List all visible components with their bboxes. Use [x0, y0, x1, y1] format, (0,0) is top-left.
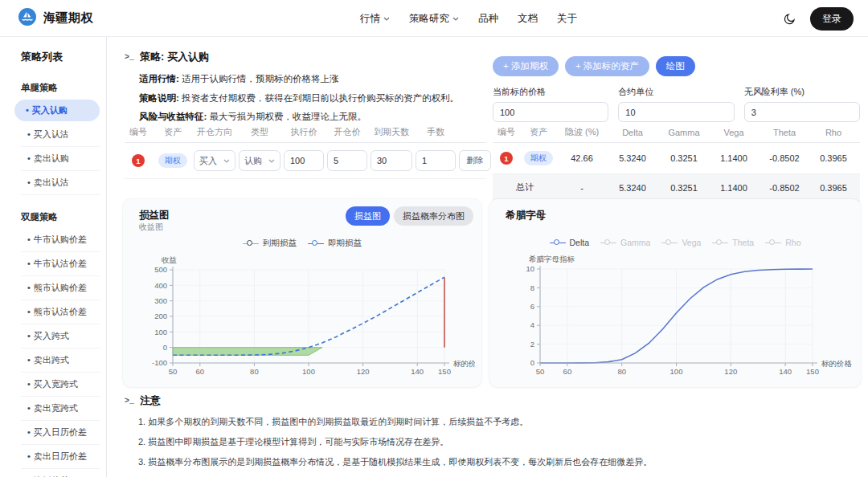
sidebar: 策略列表 单腿策略•买入认购•买入认沽•卖出认购•卖出认沽双腿策略•牛市认购价差… [0, 37, 107, 477]
pnl-chart-subtitle: 收益图 [139, 222, 163, 233]
legend-item-Delta[interactable]: Delta [550, 238, 590, 247]
sidebar-item-买入宽跨式[interactable]: •买入宽跨式 [21, 373, 100, 397]
sidebar-item-label: 买入认购 [32, 105, 68, 115]
draw-button[interactable]: 绘图 [656, 56, 695, 76]
legend-item-Theta[interactable]: Theta [712, 238, 754, 247]
chart-toggle-损益概率分布图[interactable]: 损益概率分布图 [394, 206, 473, 226]
bullet-icon: • [27, 427, 31, 437]
sidebar-item-熊市认购价差[interactable]: •熊市认购价差 [21, 276, 100, 300]
sidebar-item-比例价差[interactable]: •比例价差 [21, 469, 100, 477]
x-axis-name: 标的价格 [452, 359, 475, 368]
add-option-button[interactable]: + 添加期权 [493, 56, 559, 76]
open-price-input[interactable] [327, 150, 367, 171]
nav-item-label: 行情 [360, 12, 380, 26]
login-button[interactable]: 登录 [810, 7, 854, 31]
x-tick-label: 120 [724, 367, 737, 376]
x-tick-label: 150 [438, 367, 451, 376]
sidebar-item-label: 卖出宽跨式 [34, 403, 78, 413]
cell-value: 1.1400 [710, 153, 758, 163]
legend-item-Rho[interactable]: Rho [765, 238, 800, 247]
detail-text: 投资者支付期权费，获得在到期日前以执行价购买标的资产的权利。 [182, 93, 459, 103]
nav-right: 登录 [780, 0, 854, 37]
x-axis-name: 标的价格 [821, 359, 853, 368]
sidebar-item-牛市认购价差[interactable]: •牛市认购价差 [21, 228, 100, 252]
greeks-table-header: 编号资产隐波 (%)DeltaGammaVegaThetaRho [493, 122, 860, 143]
sidebar-item-买入认沽[interactable]: •买入认沽 [21, 123, 100, 147]
y-tick-label: 10 [526, 264, 534, 273]
bullet-icon: • [27, 129, 31, 139]
nav-item-文档[interactable]: 文档 [518, 12, 538, 26]
nav-item-关于[interactable]: 关于 [557, 12, 577, 26]
detail-label: 适用行情: [139, 74, 182, 84]
nav-item-策略研究[interactable]: 策略研究 [409, 12, 459, 26]
bullet-icon: • [27, 307, 31, 316]
field-input-合约单位[interactable] [618, 102, 734, 122]
legend-circle [312, 240, 317, 246]
lots-input[interactable] [416, 150, 456, 171]
row-index-badge: 1 [500, 152, 513, 165]
nav-item-行情[interactable]: 行情 [360, 12, 390, 26]
chart-toggle-损益图[interactable]: 损益图 [346, 206, 390, 226]
sidebar-item-牛市认沽价差[interactable]: •牛市认沽价差 [21, 252, 100, 276]
add-underlying-button[interactable]: + 添加标的资产 [565, 56, 649, 76]
col-header-资产: 资产 [520, 126, 557, 138]
cell-value: -0.8502 [758, 153, 811, 163]
notes-title: 注意 [140, 393, 161, 408]
sidebar-item-卖出日历价差[interactable]: •卖出日历价差 [21, 445, 100, 469]
col-header-Rho: Rho [811, 128, 856, 137]
strategy-detail-line: 策略说明: 投资者支付期权费，获得在到期日前以执行价购买标的资产的权利。 [139, 92, 486, 105]
sidebar-item-买入跨式[interactable]: •买入跨式 [21, 324, 100, 349]
bullet-icon: • [27, 355, 31, 365]
strategy-info: >_ 策略: 买入认购 适用行情: 适用于认购行情，预期标的价格将上涨策略说明:… [125, 50, 486, 129]
legend-label: Theta [732, 238, 754, 247]
delete-row-button[interactable]: 删除 [459, 150, 491, 171]
nav-item-品种[interactable]: 品种 [478, 12, 498, 26]
theme-toggle-moon-icon[interactable] [780, 9, 799, 28]
legend-item-到期损益[interactable]: 到期损益 [243, 238, 297, 249]
y-axis-name: 收益 [162, 255, 178, 264]
cell-value: 0.3251 [658, 153, 710, 163]
x-tick-label: 150 [806, 367, 819, 376]
field-input-无风险利率 (%)[interactable] [744, 102, 860, 122]
legend-item-Vega[interactable]: Vega [661, 238, 701, 247]
sidebar-sections: 单腿策略•买入认购•买入认沽•卖出认购•卖出认沽双腿策略•牛市认购价差•牛市认沽… [21, 75, 100, 477]
bullet-icon: • [27, 403, 31, 413]
legend-label: 到期损益 [263, 238, 297, 249]
sidebar-item-label: 卖出日历价差 [34, 451, 87, 461]
sidebar-item-买入认购[interactable]: •买入认购 [14, 100, 100, 121]
sidebar-item-卖出宽跨式[interactable]: •卖出宽跨式 [21, 397, 100, 421]
legend-item-即期损益[interactable]: 即期损益 [308, 238, 362, 249]
col-header-开仓方向: 开仓方向 [194, 126, 235, 138]
sidebar-title: 策略列表 [21, 50, 100, 64]
sidebar-item-买入日历价差[interactable]: •买入日历价差 [21, 421, 100, 445]
bullet-icon: • [27, 283, 31, 292]
notes-list: 1. 如果多个期权的到期天数不同，损益图中的到期损益取最近的到期时间计算，后续损… [125, 416, 856, 477]
x-tick-label: 50 [169, 367, 178, 376]
parameter-fields: 当前标的价格合约单位无风险利率 (%) [493, 86, 860, 122]
greeks-table-row: 1期权42.665.32400.32511.1400-0.85020.3965 [493, 143, 860, 174]
sidebar-item-卖出跨式[interactable]: •卖出跨式 [21, 349, 100, 373]
total-label: 总计 [493, 181, 557, 194]
legend-item-Gamma[interactable]: Gamma [600, 238, 650, 247]
direction-select[interactable]: 买入 [194, 150, 235, 171]
pnl-chart-plot: 506080100120140150-1000100200300400500收益… [129, 252, 475, 379]
days-to-expiry-input[interactable] [371, 150, 412, 171]
chevron-down-icon [223, 159, 230, 163]
sidebar-item-卖出认购[interactable]: •卖出认购 [21, 147, 100, 171]
bullet-icon: • [27, 451, 31, 461]
col-header-Vega: Vega [710, 128, 758, 137]
chevron-down-icon [268, 159, 275, 163]
field-input-当前标的价格[interactable] [493, 102, 608, 122]
sidebar-item-卖出认沽[interactable]: •卖出认沽 [21, 171, 100, 195]
sidebar-item-label: 卖出跨式 [34, 355, 69, 365]
y-tick-label: 100 [154, 328, 167, 336]
y-tick-label: 6 [530, 302, 534, 311]
sidebar-item-熊市认沽价差[interactable]: •熊市认沽价差 [21, 300, 100, 324]
option-type-select[interactable]: 认购 [239, 150, 280, 171]
brand[interactable]: 海疆期权 [18, 7, 93, 30]
total-value: 0.3965 [811, 183, 856, 193]
nav-item-label: 关于 [557, 12, 577, 26]
legend-label: Rho [785, 238, 800, 247]
strike-price-input[interactable] [284, 150, 324, 171]
sidebar-item-label: 买入认沽 [34, 129, 69, 139]
